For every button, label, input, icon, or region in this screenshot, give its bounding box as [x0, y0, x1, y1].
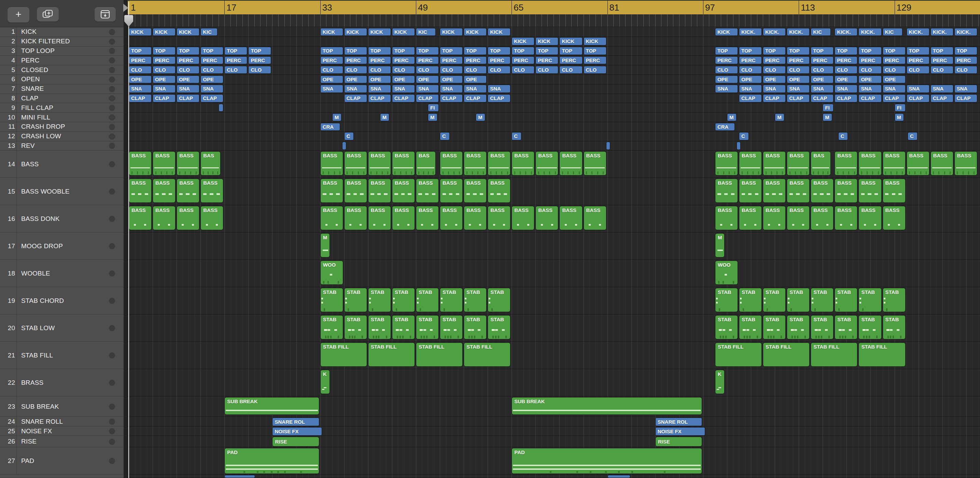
- region-snare[interactable]: SNA: [153, 85, 175, 93]
- track-mute-dot[interactable]: [109, 189, 115, 195]
- track-lane-brass[interactable]: [128, 369, 980, 396]
- region-stab-low[interactable]: STAB: [787, 315, 810, 339]
- region-snare[interactable]: SNA: [440, 85, 463, 93]
- region-top-loop[interactable]: TOP: [858, 47, 881, 55]
- region-bass[interactable]: BASS: [715, 151, 738, 175]
- region-perc[interactable]: PERC: [763, 56, 786, 65]
- region-bass-donk[interactable]: BASS: [416, 206, 439, 230]
- region-stab-low[interactable]: STAB: [739, 315, 762, 339]
- track-header-rev[interactable]: 13REV: [0, 141, 124, 151]
- track-mute-dot[interactable]: [109, 95, 115, 102]
- region-clap[interactable]: CLAP: [464, 94, 487, 102]
- add-track-button[interactable]: +: [8, 7, 29, 22]
- region-open[interactable]: OPE: [739, 75, 762, 84]
- region-perc[interactable]: PERC: [177, 56, 199, 65]
- region-fill-clap[interactable]: FI: [822, 104, 834, 112]
- region-perc[interactable]: PERC: [559, 56, 582, 65]
- track-mute-dot[interactable]: [109, 270, 115, 276]
- region-bass-donk[interactable]: BASS: [858, 206, 881, 230]
- region-stab-fill[interactable]: STAB FILL: [320, 343, 367, 367]
- ruler-tick-strip[interactable]: [128, 14, 980, 27]
- region-closed[interactable]: CLO: [559, 66, 582, 74]
- region-closed[interactable]: CLO: [883, 66, 905, 74]
- track-mute-dot[interactable]: [109, 76, 115, 83]
- region-open[interactable]: OPE: [416, 75, 439, 84]
- track-header-snare[interactable]: 7SNARE: [0, 84, 124, 94]
- region-stab-low[interactable]: STAB: [763, 315, 786, 339]
- region-perc[interactable]: PERC: [129, 56, 152, 65]
- region-mini-fill[interactable]: M: [775, 113, 784, 122]
- track-lane-moog-drop[interactable]: [128, 232, 980, 260]
- region-open[interactable]: OPE: [715, 75, 738, 84]
- track-header-open[interactable]: 6OPEN: [0, 75, 124, 84]
- region-clap[interactable]: CLAP: [440, 94, 463, 102]
- region-stab-low[interactable]: STAB: [858, 315, 881, 339]
- track-header-snare-roll[interactable]: 24SNARE ROLL: [0, 417, 124, 426]
- region-snare[interactable]: SNA: [835, 85, 858, 93]
- region-bass[interactable]: BASS: [368, 151, 391, 175]
- region-bass[interactable]: BASS: [763, 151, 786, 175]
- region-snare[interactable]: SNA: [763, 85, 786, 93]
- region-perc[interactable]: PERC: [416, 56, 439, 65]
- region-bass-donk[interactable]: BASS: [811, 206, 834, 230]
- region-bass[interactable]: BASS: [584, 151, 606, 175]
- region-bass[interactable]: BASS: [392, 151, 415, 175]
- region-stab-chord[interactable]: STAB: [344, 288, 367, 312]
- track-header-wooble[interactable]: 18WOOBLE: [0, 260, 124, 287]
- region-closed[interactable]: CLO: [464, 66, 487, 74]
- region-closed[interactable]: CLO: [129, 66, 152, 74]
- track-header-crash-drop[interactable]: 11CRASH DROP: [0, 122, 124, 132]
- track-mute-dot[interactable]: [109, 353, 115, 359]
- region-brass[interactable]: K: [715, 370, 725, 394]
- region-bass-wooble[interactable]: BASS: [129, 179, 152, 203]
- region-crash-low[interactable]: C: [440, 132, 450, 140]
- region-snare[interactable]: SNA: [739, 85, 762, 93]
- region-perc[interactable]: PERC: [488, 56, 511, 65]
- region-kick-filtered[interactable]: KICK: [512, 37, 535, 45]
- region-bass-donk[interactable]: BASS: [559, 206, 582, 230]
- region-top-loop[interactable]: TOP: [416, 47, 439, 55]
- region-closed[interactable]: CLO: [512, 66, 535, 74]
- track-header-sub-break[interactable]: 23SUB BREAK: [0, 396, 124, 417]
- region-open[interactable]: OPE: [858, 75, 881, 84]
- region-clap[interactable]: CLAP: [907, 94, 929, 102]
- region-snare[interactable]: SNA: [320, 85, 343, 93]
- region-bass-wooble[interactable]: BASS: [440, 179, 463, 203]
- region-bass[interactable]: BASS: [153, 151, 175, 175]
- track-lane-mini-fill[interactable]: [128, 113, 980, 122]
- region-closed[interactable]: CLO: [392, 66, 415, 74]
- region-closed[interactable]: CLO: [440, 66, 463, 74]
- region-kick[interactable]: KICK: [464, 28, 487, 36]
- region-top-loop[interactable]: TOP: [955, 47, 977, 55]
- region-kick[interactable]: KIC: [416, 28, 436, 36]
- region-stab-low[interactable]: STAB: [344, 315, 367, 339]
- track-header-bass-wooble[interactable]: 15BASS WOOBLE: [0, 178, 124, 205]
- region-rise[interactable]: RISE: [272, 437, 319, 446]
- track-header-stab-fill[interactable]: 21STAB FILL: [0, 342, 124, 369]
- region-clap[interactable]: CLAP: [129, 94, 152, 102]
- region-bass[interactable]: BASS: [464, 151, 487, 175]
- region-top-loop[interactable]: TOP: [248, 47, 271, 55]
- region-perc[interactable]: PERC: [224, 56, 247, 65]
- track-mute-dot[interactable]: [109, 67, 115, 73]
- track-header-kick-filtered[interactable]: 2KICK FILTERED: [0, 37, 124, 46]
- region-clap[interactable]: CLAP: [835, 94, 858, 102]
- track-mute-dot[interactable]: [109, 124, 115, 130]
- track-lane-partial[interactable]: [128, 475, 980, 478]
- region-top-loop[interactable]: TOP: [559, 47, 582, 55]
- region-stab-low[interactable]: STAB: [440, 315, 463, 339]
- region-perc[interactable]: PERC: [955, 56, 977, 65]
- region-bass-donk[interactable]: BASS: [368, 206, 391, 230]
- region-bass-donk[interactable]: BASS: [320, 206, 343, 230]
- region-snare[interactable]: SNA: [811, 85, 834, 93]
- region-bass[interactable]: BAS: [416, 151, 436, 175]
- track-mute-dot[interactable]: [109, 143, 115, 149]
- region-top-loop[interactable]: TOP: [512, 47, 535, 55]
- region-mini-fill[interactable]: M: [332, 113, 342, 122]
- region-kick[interactable]: KIC: [811, 28, 830, 36]
- region-clap[interactable]: CLAP: [392, 94, 415, 102]
- region-crash-low[interactable]: C: [344, 132, 354, 140]
- region-wooble[interactable]: WOO: [715, 260, 738, 285]
- region-closed[interactable]: CLO: [488, 66, 511, 74]
- track-header-bass[interactable]: 14BASS: [0, 151, 124, 178]
